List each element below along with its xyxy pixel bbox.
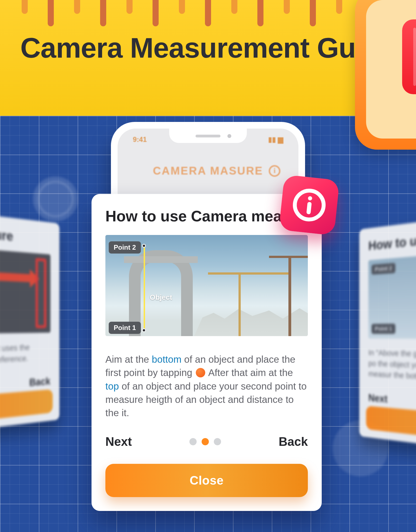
page-dot[interactable] (214, 438, 221, 445)
ruler-tick (74, 0, 80, 14)
ruler-tick (310, 0, 316, 26)
ruler-tick (284, 0, 290, 14)
status-bar: 9:41 ▮▮ ▆ (118, 135, 298, 144)
decorative-red-badge (402, 19, 416, 94)
crane-icon (239, 272, 241, 336)
page-title: Camera Measurement Guide (0, 33, 416, 63)
side-card-title: era measure (0, 221, 50, 247)
info-badge-icon[interactable] (279, 175, 340, 236)
side-close-button[interactable] (366, 406, 416, 443)
side-card-title: How to use C (368, 226, 416, 253)
info-icon[interactable] (269, 165, 280, 177)
tutorial-modal: How to use Camera measure Point 2 Point … (92, 194, 322, 511)
side-tutorial-image: Point 2 Point 1 (368, 250, 416, 339)
crane-icon (288, 256, 291, 336)
next-button[interactable]: Next (105, 435, 132, 449)
point-label: Point 2 (109, 241, 141, 254)
ruler-tick (100, 0, 106, 26)
side-card-left: era measure he ground" to get uses the d… (0, 208, 59, 436)
measure-point-icon (142, 244, 146, 248)
close-button[interactable]: Close (105, 464, 308, 497)
ruler-tick (336, 0, 342, 14)
side-card-text: In "Above the gr place the first po the … (368, 347, 416, 385)
side-tutorial-image (0, 245, 50, 334)
highlight-word: top (105, 381, 119, 392)
object-label: Object (150, 293, 172, 302)
ruler-tick (231, 0, 237, 14)
red-arrow-icon (0, 272, 32, 282)
point-label: Point 2 (372, 263, 395, 275)
side-card-right: How to use C Point 2 Point 1 In "Above t… (359, 213, 416, 453)
decorative-box (355, 0, 416, 150)
page-dot[interactable] (189, 438, 197, 445)
page-indicator (189, 438, 221, 445)
status-indicators-icon: ▮▮ ▆ (268, 135, 283, 144)
side-close-button[interactable] (0, 389, 53, 426)
page-dot-active[interactable] (202, 438, 209, 445)
ruler-tick (205, 0, 211, 26)
ruler-ticks (0, 0, 416, 28)
modal-title: How to use Camera measure (105, 207, 308, 225)
point-label: Point 1 (109, 322, 141, 334)
instruction-text: Aim at the bottom of an object and place… (105, 353, 308, 420)
ruler-tick (22, 0, 28, 14)
measure-point-icon (142, 328, 146, 332)
tutorial-image: Point 2 Point 1 Object (105, 235, 308, 336)
ruler-tick (153, 0, 159, 26)
ruler-tick (257, 0, 263, 26)
point-label: Point 1 (372, 324, 395, 334)
modal-nav: Next Back (105, 435, 308, 449)
status-time: 9:41 (133, 135, 147, 144)
highlight-word: bottom (152, 354, 181, 365)
ruler-tick (179, 0, 185, 14)
ruler-tick (48, 0, 54, 26)
header-banner: Camera Measurement Guide (0, 0, 416, 116)
back-button[interactable]: Back (279, 435, 308, 449)
measure-line-icon (144, 246, 145, 331)
tap-dot-icon (196, 368, 205, 377)
side-card-text: he ground" to get uses the distance d as… (0, 341, 50, 368)
ruler-tick (126, 0, 133, 14)
